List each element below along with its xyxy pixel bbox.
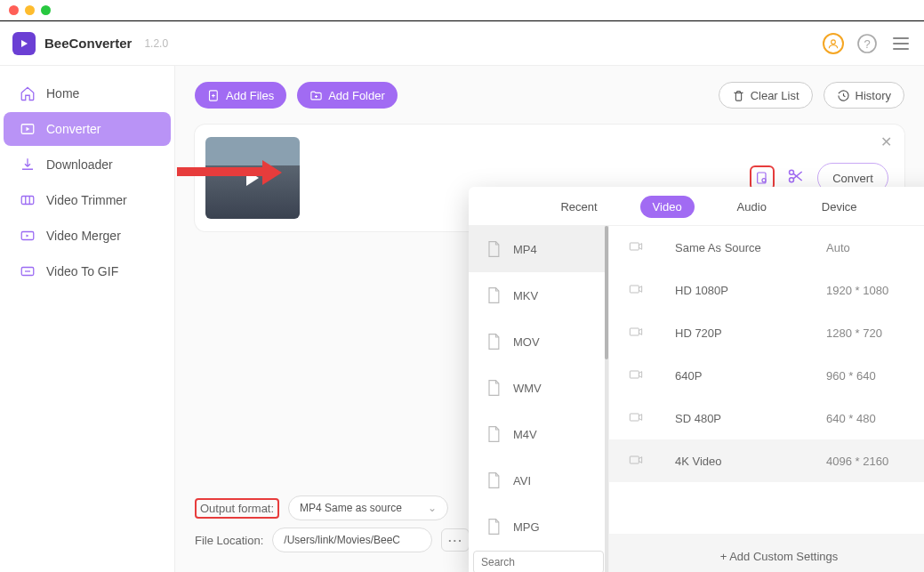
trim-icon[interactable]	[787, 167, 805, 189]
format-item-mp4[interactable]: MP4	[469, 226, 608, 272]
window-close-dot[interactable]	[9, 5, 19, 15]
tab-audio[interactable]: Audio	[725, 196, 779, 218]
tab-video[interactable]: Video	[640, 196, 695, 218]
resolution-size: 4096 * 2160	[826, 455, 888, 468]
format-item-mkv[interactable]: MKV	[469, 272, 608, 318]
sidebar: Home Converter Downloader Video Trimmer …	[0, 66, 175, 572]
tab-device[interactable]: Device	[809, 196, 870, 218]
format-label: AVI	[513, 474, 531, 487]
sidebar-item-label: Downloader	[46, 157, 113, 172]
sidebar-item-label: Converter	[46, 122, 100, 136]
sidebar-item-home[interactable]: Home	[4, 77, 171, 110]
resolution-item[interactable]: 4K Video4096 * 2160	[609, 439, 924, 482]
file-location-label: File Location:	[195, 534, 263, 547]
app-logo-icon	[12, 32, 36, 55]
history-button[interactable]: History	[824, 82, 904, 109]
resolution-item[interactable]: Same As SourceAuto	[609, 226, 924, 269]
file-location-value: /Users/link/Movies/BeeC	[284, 534, 400, 546]
window-titlebar	[0, 0, 924, 21]
format-scrollbar[interactable]	[605, 226, 608, 572]
resolution-name: 4K Video	[675, 455, 799, 468]
format-label: MPG	[513, 520, 540, 534]
sidebar-item-trimmer[interactable]: Video Trimmer	[4, 183, 171, 217]
add-custom-settings-button[interactable]: + Add Custom Settings	[609, 534, 924, 572]
add-files-label: Add Files	[226, 89, 274, 102]
output-format-label: Output format:	[195, 498, 279, 519]
format-item-wmv[interactable]: WMV	[469, 365, 608, 411]
resolution-size: Auto	[826, 241, 850, 254]
resolution-name: 640P	[675, 369, 799, 383]
resolution-size: 640 * 480	[826, 412, 876, 425]
sidebar-item-gif[interactable]: Video To GIF	[4, 254, 171, 288]
svg-rect-14	[630, 328, 639, 335]
sidebar-item-label: Home	[46, 86, 79, 101]
tab-recent[interactable]: Recent	[548, 196, 609, 218]
resolution-size: 1280 * 720	[826, 326, 882, 340]
resolution-name: SD 480P	[675, 412, 799, 425]
clear-list-label: Clear List	[751, 89, 799, 102]
svg-rect-4	[21, 197, 34, 205]
help-icon[interactable]: ?	[856, 33, 878, 54]
add-files-button[interactable]: Add Files	[195, 82, 286, 109]
menu-icon[interactable]	[890, 33, 912, 54]
resolution-list: Same As SourceAuto HD 1080P1920 * 1080 H…	[609, 226, 924, 572]
output-format-value: MP4 Same as source	[300, 502, 402, 514]
svg-rect-13	[630, 286, 639, 293]
browse-path-button[interactable]: ···	[441, 528, 470, 552]
window-minimize-dot[interactable]	[25, 5, 35, 15]
format-popover: Recent Video Audio Device MP4 MKV MOV WM…	[469, 187, 924, 572]
format-item-mpg[interactable]: MPG	[469, 504, 608, 546]
format-item-avi[interactable]: AVI	[469, 457, 608, 504]
chevron-down-icon: ⌄	[428, 502, 437, 514]
file-location-field[interactable]: /Users/link/Movies/BeeC	[272, 528, 432, 552]
format-label: WMV	[513, 382, 542, 395]
remove-item-icon[interactable]: ✕	[880, 133, 892, 150]
svg-rect-12	[630, 243, 639, 250]
app-version: 1.2.0	[144, 37, 168, 50]
svg-rect-16	[630, 414, 639, 421]
app-header: BeeConverter 1.2.0 ?	[0, 21, 924, 66]
format-list: MP4 MKV MOV WMV M4V AVI MPG	[469, 226, 609, 572]
history-label: History	[856, 89, 891, 102]
sidebar-item-converter[interactable]: Converter	[4, 112, 171, 146]
sidebar-item-merger[interactable]: Video Merger	[4, 219, 171, 253]
format-label: MOV	[513, 335, 540, 349]
resolution-name: HD 720P	[675, 326, 799, 340]
app-name: BeeConverter	[44, 36, 132, 51]
format-item-mov[interactable]: MOV	[469, 318, 608, 365]
output-format-select[interactable]: MP4 Same as source ⌄	[288, 495, 448, 520]
format-label: M4V	[513, 428, 537, 441]
svg-rect-17	[630, 456, 639, 463]
sidebar-item-downloader[interactable]: Downloader	[4, 148, 171, 181]
resolution-item[interactable]: 640P960 * 640	[609, 354, 924, 397]
svg-rect-15	[630, 371, 639, 378]
format-search-input[interactable]	[473, 551, 604, 572]
svg-text:?: ?	[864, 37, 870, 51]
sidebar-item-label: Video Trimmer	[46, 193, 127, 207]
resolution-item[interactable]: HD 1080P1920 * 1080	[609, 269, 924, 311]
resolution-size: 960 * 640	[826, 369, 876, 383]
resolution-item[interactable]: HD 720P1280 * 720	[609, 311, 924, 354]
resolution-name: Same As Source	[675, 241, 799, 254]
window-zoom-dot[interactable]	[41, 5, 51, 15]
resolution-size: 1920 * 1080	[826, 284, 888, 297]
resolution-item[interactable]: SD 480P640 * 480	[609, 397, 924, 439]
add-folder-button[interactable]: Add Folder	[297, 82, 398, 109]
format-item-m4v[interactable]: M4V	[469, 411, 608, 457]
account-icon[interactable]	[823, 33, 844, 54]
svg-point-0	[832, 39, 836, 44]
video-thumbnail[interactable]	[205, 137, 300, 219]
format-label: MKV	[513, 289, 538, 302]
sidebar-item-label: Video Merger	[46, 229, 121, 243]
main-content: Add Files Add Folder Clear List History …	[175, 66, 924, 572]
add-folder-label: Add Folder	[328, 89, 385, 102]
clear-list-button[interactable]: Clear List	[719, 82, 813, 109]
resolution-name: HD 1080P	[675, 284, 799, 297]
svg-point-9	[762, 179, 766, 182]
format-label: MP4	[513, 243, 537, 256]
sidebar-item-label: Video To GIF	[46, 264, 118, 278]
